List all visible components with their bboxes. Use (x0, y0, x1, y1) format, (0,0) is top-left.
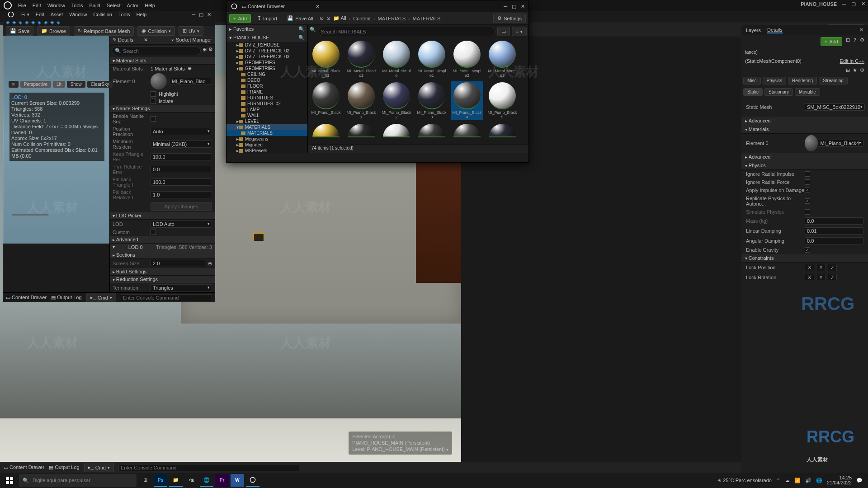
section-materials[interactable]: ▾ Materials (741, 125, 868, 134)
menu-window[interactable]: Window (47, 3, 65, 8)
me-menu-tools[interactable]: Tools (118, 12, 130, 17)
me-reimport-button[interactable]: ↻ Reimport Base Mesh (74, 26, 134, 36)
pill-misc[interactable]: Misc (743, 77, 761, 84)
cb-close-icon[interactable]: ✕ (521, 4, 525, 9)
cb-max-icon[interactable]: ▢ (512, 4, 516, 9)
taskbar-explorer[interactable]: 📁 (169, 474, 183, 487)
asset-thumbnail[interactable]: MI_Piano_Black (310, 81, 342, 120)
cb-filter-button[interactable]: ▭ (497, 27, 510, 36)
lock-rot-y[interactable]: Y (816, 274, 826, 281)
lock-pos-y[interactable]: Y (816, 264, 826, 271)
tray-clock[interactable]: 14:2521/04/2022 (827, 475, 852, 485)
menu-help[interactable]: Help (145, 3, 155, 8)
window-maximize-icon[interactable]: ▢ (851, 1, 856, 7)
menu-actor[interactable]: Actor (127, 3, 139, 8)
cb-search-input[interactable] (321, 29, 492, 34)
section-build[interactable]: ▸ Build Settings (110, 268, 215, 276)
taskbar-word[interactable]: W (231, 474, 244, 487)
inp-ang-damp[interactable]: 0.0 (805, 237, 863, 244)
asset-thumbnail[interactable] (380, 123, 413, 139)
crumb-materials[interactable]: MATERIALS (378, 16, 406, 21)
section-advanced-2[interactable]: ▸ Advanced (741, 153, 868, 161)
section-physics[interactable]: ▾ Physics (741, 161, 868, 170)
crumb-content[interactable]: Content (353, 16, 371, 21)
weather-widget[interactable]: ☀ 25°C Parc ensolarado (717, 478, 772, 483)
asset-thumbnail[interactable]: MI_Piano_Black3 (415, 81, 448, 120)
vp-lit[interactable]: Lit (53, 81, 65, 88)
tree-folder[interactable]: DECO (226, 77, 307, 83)
reset-icon[interactable]: ⊕ (208, 261, 212, 267)
tree-folder[interactable]: CEILING (226, 71, 307, 77)
section-nanite[interactable]: ▾ Nanite Settings (110, 105, 215, 113)
chk-highlight[interactable] (151, 91, 156, 97)
asset-thumbnail[interactable]: MI_Metal_simple1 (415, 40, 448, 79)
tree-folder[interactable]: ▸DVIZ_TREEPACK_03 (226, 54, 307, 60)
tree-folder[interactable]: ▸MSPresets (226, 148, 307, 153)
mobility-stationary[interactable]: Stationary (764, 88, 793, 96)
viewport-selected-cube[interactable] (253, 233, 264, 241)
asset-thumbnail[interactable]: MI_Piano_Black1 (345, 81, 377, 120)
chk-custom[interactable] (151, 230, 156, 235)
tray-lang-icon[interactable]: 🌐 (816, 478, 822, 483)
tree-folder[interactable]: FLOOR (226, 83, 307, 89)
mobility-static[interactable]: Static (743, 88, 763, 96)
cb-nav-back[interactable]: ⊙ (320, 15, 324, 21)
taskbar-premiere[interactable]: Pr (215, 474, 229, 487)
section-constraints[interactable]: ▾ Constraints (741, 254, 868, 263)
me-content-drawer[interactable]: ▭ Content Drawer (6, 295, 47, 300)
grid-view-icon[interactable]: ⊞ (846, 67, 850, 73)
tray-cloud-icon[interactable]: ☁ (785, 478, 790, 483)
asset-thumbnail[interactable]: MI_Piano_Black2 (380, 81, 413, 120)
tree-folder[interactable]: ▾MATERIALS (226, 124, 307, 130)
tree-folder[interactable]: ▸LEVEL (226, 118, 307, 124)
tree-folder[interactable]: ▸DVIZ_R2HOUSE (226, 42, 307, 48)
taskbar-store[interactable]: 🛍 (184, 474, 198, 487)
close-details-icon[interactable]: ✕ (859, 27, 863, 33)
edit-cpp-link[interactable]: Edit in C++ (840, 58, 864, 64)
cb-import-button[interactable]: ↧ Import (254, 14, 281, 23)
tree-folder-selected[interactable]: MATERIALS (226, 130, 307, 136)
inp-lin-damp[interactable]: 0.01 (805, 227, 863, 235)
me-menu-edit[interactable]: Edit (36, 12, 44, 17)
favorite-icon[interactable]: ★ (853, 67, 857, 73)
me-menu-help[interactable]: Help (137, 12, 147, 17)
tray-wifi-icon[interactable]: 📶 (794, 478, 801, 483)
me-save-button[interactable]: 💾 Save (6, 26, 33, 36)
asset-thumbnail[interactable]: MI_Piano_Black4 (451, 81, 483, 120)
grid-icon[interactable]: ⊞ (846, 37, 850, 46)
start-button[interactable] (2, 474, 17, 487)
chk-grav[interactable] (805, 247, 810, 253)
dd-termination[interactable]: Triangles▾ (151, 284, 212, 291)
section-sections[interactable]: ▸ Sections (110, 251, 215, 259)
me-collision-dropdown[interactable]: ◉ Collision▾ (137, 26, 175, 36)
chk-ignore-rad-imp[interactable] (805, 171, 810, 177)
menu-file[interactable]: File (18, 3, 26, 8)
window-minimize-icon[interactable]: ─ (842, 1, 846, 7)
close-details[interactable]: ✕ (144, 37, 148, 43)
me-menu-asset[interactable]: Asset (51, 12, 63, 17)
cb-close-tab[interactable]: ✕ (316, 4, 320, 9)
menu-build[interactable]: Build (90, 3, 100, 8)
lock-rot-x[interactable]: X (805, 274, 814, 281)
pill-streaming[interactable]: Streaming (819, 77, 848, 84)
me-close-icon[interactable]: ✕ (207, 12, 211, 18)
filter-icon[interactable]: ⚙ (860, 67, 864, 73)
asset-thumbnail[interactable]: MI_Metal_simple2 (451, 40, 483, 79)
asset-thumbnail[interactable]: MI_Piano_Black5 (486, 81, 519, 120)
menu-tools[interactable]: Tools (71, 3, 83, 8)
task-view-icon[interactable]: ⊞ (138, 474, 152, 487)
asset-thumbnail[interactable] (415, 123, 448, 139)
section-advanced-1[interactable]: ▸ Advanced (741, 117, 868, 125)
me-cmd-dropdown[interactable]: ▸_ Cmd ▾ (86, 293, 116, 302)
asset-thumbnail[interactable] (310, 123, 342, 139)
me-output-log[interactable]: ▤ Output Log (51, 295, 82, 300)
add-component-button[interactable]: + Add (821, 37, 842, 46)
asset-thumbnail[interactable] (345, 123, 377, 139)
mobility-movable[interactable]: Movable (795, 88, 820, 96)
details-search-input[interactable] (123, 48, 198, 54)
console-input[interactable] (118, 464, 299, 471)
static-mesh-dropdown[interactable]: SM_MISC_Box8222910▾ (805, 103, 865, 111)
taskbar-photoshop[interactable]: Ps (154, 474, 167, 487)
section-lod0[interactable]: ▾ LOD 0Triangles: 588 Vertices: 3 (110, 244, 215, 251)
chk-ignore-rad-force[interactable] (805, 179, 810, 185)
